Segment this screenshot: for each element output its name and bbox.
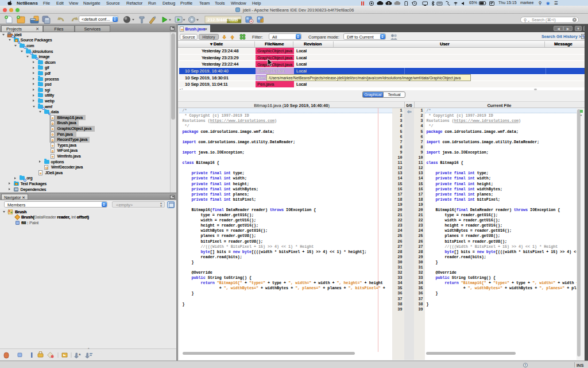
svg-text:loaded: loaded <box>230 20 238 23</box>
svg-text:a: a <box>79 352 81 356</box>
